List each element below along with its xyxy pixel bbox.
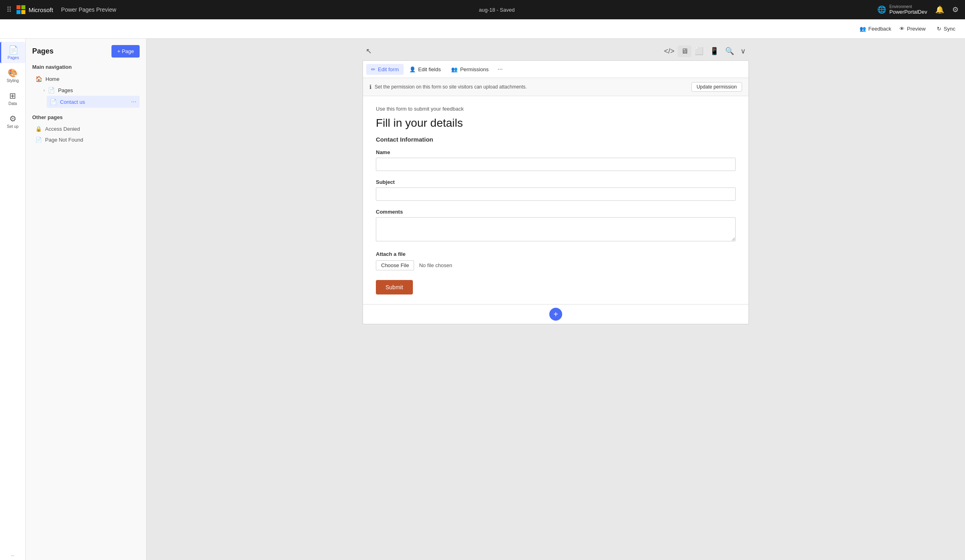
data-icon-label: Data <box>8 101 17 106</box>
sidebar-item-data[interactable]: ⊞ Data <box>0 88 25 109</box>
other-pages-label: Other pages <box>32 114 140 120</box>
styling-icon: 🎨 <box>8 68 18 78</box>
env-label: Environment <box>889 4 912 9</box>
subject-label: Subject <box>376 179 736 185</box>
setup-icon: ⚙ <box>9 114 16 124</box>
choose-file-label: Choose File <box>381 262 409 268</box>
subject-input[interactable] <box>376 187 736 201</box>
permissions-button[interactable]: 👥 Permissions <box>446 64 493 75</box>
update-permission-label: Update permission <box>697 84 737 90</box>
comments-textarea[interactable] <box>376 217 736 241</box>
chevron-icon: › <box>43 88 45 93</box>
permission-notice-left: ℹ Set the permission on this form so sit… <box>369 84 527 90</box>
sidebar-bottom: ... <box>9 549 16 560</box>
name-label: Name <box>376 149 736 155</box>
edit-form-label: Edit form <box>378 66 399 72</box>
zoom-button[interactable]: 🔍 <box>722 45 737 57</box>
pages-panel: Pages + Page Main navigation 🏠 Home › 📄 … <box>26 39 146 560</box>
globe-icon: 🌐 <box>877 5 886 14</box>
preview-button[interactable]: 👁 Preview <box>896 24 929 33</box>
app-name: Power Pages Preview <box>61 6 116 13</box>
canvas-wrapper: ✏ Edit form 👤 Edit fields 👥 Permissions … <box>363 60 749 324</box>
feedback-label: Feedback <box>868 26 891 32</box>
nav-item-pages[interactable]: › 📄 Pages <box>40 84 140 96</box>
setup-icon-label: Set up <box>7 124 19 129</box>
not-found-file-icon: 📄 <box>35 137 42 143</box>
plus-icon: + <box>553 310 558 318</box>
form-subtitle: Use this form to submit your feedback <box>376 106 736 112</box>
edit-fields-icon: 👤 <box>409 66 416 72</box>
form-section-title: Contact Information <box>376 136 736 143</box>
submit-label: Submit <box>386 284 403 290</box>
more-icon: ... <box>11 552 14 557</box>
canvas-toolbar: ↖ </> 🖥 ⬜ 📱 🔍 ∨ <box>363 45 749 57</box>
pages-label: Pages <box>58 87 73 93</box>
logo-squares <box>16 5 25 14</box>
edit-form-button[interactable]: ✏ Edit form <box>366 64 404 75</box>
choose-file-button[interactable]: Choose File <box>376 260 414 270</box>
home-icon: 🏠 <box>35 76 42 82</box>
nav-item-page-not-found[interactable]: 📄 Page Not Found <box>32 134 140 145</box>
sync-button[interactable]: ↻ Sync <box>934 24 959 33</box>
bell-icon[interactable]: 🔔 <box>935 5 944 14</box>
name-input[interactable] <box>376 158 736 171</box>
zoom-chevron-button[interactable]: ∨ <box>737 45 749 57</box>
lock-icon: 🔒 <box>35 126 42 132</box>
sidebar-item-setup[interactable]: ⚙ Set up <box>0 111 25 132</box>
sidebar-item-styling[interactable]: 🎨 Styling <box>0 65 25 86</box>
eye-icon: 👁 <box>899 26 905 32</box>
update-permission-button[interactable]: Update permission <box>691 82 742 92</box>
env-name: PowerPortalDev <box>889 9 927 15</box>
code-view-button[interactable]: </> <box>661 45 678 57</box>
file-row: Choose File No file chosen <box>376 260 736 270</box>
contact-us-more-icon[interactable]: ··· <box>131 98 136 105</box>
toolbar2-right: 👥 Feedback 👁 Preview ↻ Sync <box>860 24 959 33</box>
pages-icon: 📄 <box>8 45 19 55</box>
pages-icon-label: Pages <box>8 56 19 60</box>
contact-us-label: Contact us <box>60 99 85 105</box>
permissions-icon: 👥 <box>451 66 458 72</box>
contact-file-icon: 📄 <box>50 99 57 105</box>
add-page-label: + Page <box>117 48 134 54</box>
access-denied-label: Access Denied <box>45 126 80 132</box>
nav-item-access-denied[interactable]: 🔒 Access Denied <box>32 124 140 134</box>
settings-icon[interactable]: ⚙ <box>952 5 959 14</box>
sidebar-item-pages[interactable]: 📄 Pages <box>0 42 25 63</box>
form-container: ✏ Edit form 👤 Edit fields 👥 Permissions … <box>363 60 749 324</box>
comments-label: Comments <box>376 209 736 215</box>
microsoft-logo: Microsoft <box>16 5 53 14</box>
add-page-button[interactable]: + Page <box>111 45 140 58</box>
add-section-button[interactable]: + <box>549 308 562 321</box>
edit-fields-button[interactable]: 👤 Edit fields <box>404 64 445 75</box>
doc-title-area: aug-18 - Saved <box>121 7 872 13</box>
environment-selector[interactable]: 🌐 Environment PowerPortalDev <box>877 4 927 15</box>
data-icon: ⊞ <box>9 91 16 101</box>
add-section-row: + <box>363 304 748 324</box>
topbar-right: 🌐 Environment PowerPortalDev 🔔 ⚙ <box>877 4 959 15</box>
submit-button[interactable]: Submit <box>376 280 413 294</box>
sync-label: Sync <box>944 26 955 32</box>
grid-icon[interactable]: ⠿ <box>6 5 12 14</box>
pages-panel-title: Pages <box>32 47 54 56</box>
main-area: 📄 Pages 🎨 Styling ⊞ Data ⚙ Set up ... Pa… <box>0 39 965 560</box>
feedback-button[interactable]: 👥 Feedback <box>860 26 891 32</box>
edit-fields-label: Edit fields <box>418 66 441 72</box>
microsoft-label: Microsoft <box>29 6 53 13</box>
attach-section: Attach a file Choose File No file chosen <box>376 251 736 270</box>
tablet-view-button[interactable]: ⬜ <box>691 45 707 57</box>
nav-item-contact-us[interactable]: 📄 Contact us ··· <box>47 96 140 108</box>
nav-item-home[interactable]: 🏠 Home <box>32 73 140 84</box>
main-nav-label: Main navigation <box>32 64 140 70</box>
styling-icon-label: Styling <box>6 78 19 83</box>
cursor-tool-button[interactable]: ↖ <box>363 45 375 57</box>
sidebar-more[interactable]: ... <box>9 549 16 560</box>
mobile-view-button[interactable]: 📱 <box>707 45 722 57</box>
edit-form-icon: ✏ <box>371 66 375 72</box>
form-toolbar: ✏ Edit form 👤 Edit fields 👥 Permissions … <box>363 61 748 78</box>
doc-title: aug-18 - Saved <box>479 7 515 13</box>
desktop-view-button[interactable]: 🖥 <box>678 45 691 57</box>
attach-label: Attach a file <box>376 251 736 257</box>
form-toolbar-more-button[interactable]: ··· <box>494 63 506 75</box>
permissions-label: Permissions <box>460 66 489 72</box>
sidebar-icons: 📄 Pages 🎨 Styling ⊞ Data ⚙ Set up ... <box>0 39 26 560</box>
